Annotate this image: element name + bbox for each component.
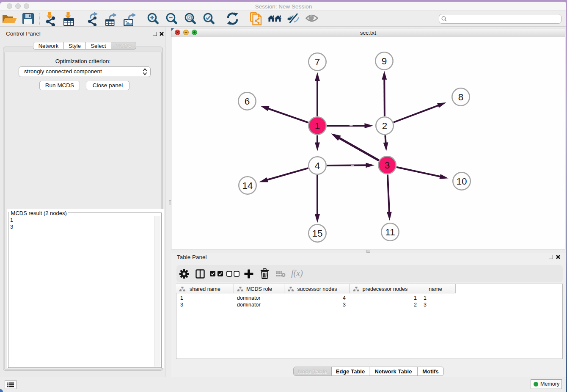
svg-text:14: 14: [242, 180, 253, 191]
svg-text:15: 15: [312, 228, 322, 239]
svg-text:7: 7: [315, 57, 320, 67]
svg-text:3: 3: [385, 160, 390, 171]
svg-text:10: 10: [456, 176, 467, 187]
svg-text:9: 9: [382, 56, 387, 66]
svg-text:1: 1: [315, 121, 320, 131]
svg-text:6: 6: [245, 96, 250, 107]
svg-text:4: 4: [315, 160, 320, 171]
svg-text:11: 11: [385, 227, 395, 237]
svg-text:2: 2: [382, 121, 388, 131]
svg-text:8: 8: [458, 92, 464, 102]
